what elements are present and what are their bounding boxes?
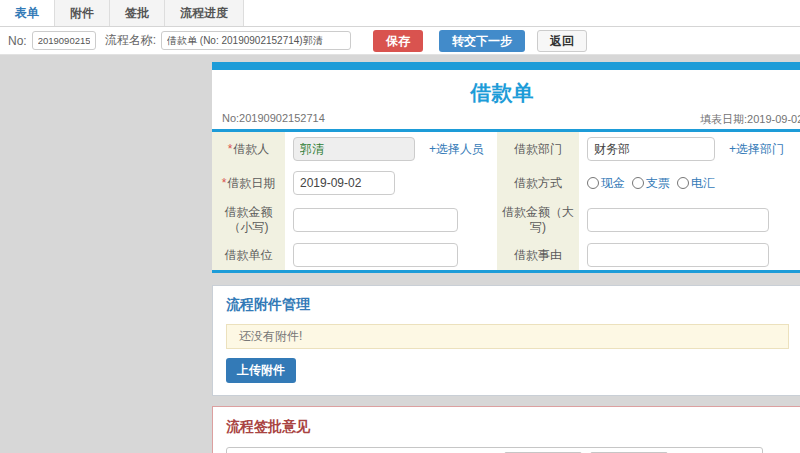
no-label: No: (8, 34, 27, 48)
form-meta-row: No:20190902152714 填表日期:2019-09-02 15:27:… (212, 110, 800, 132)
tab-attachments[interactable]: 附件 (55, 0, 110, 26)
borrower-label: * 借款人 (212, 132, 285, 166)
save-button[interactable]: 保存 (373, 30, 423, 52)
form-top-accent-bar (212, 62, 800, 70)
back-button[interactable]: 返回 (537, 30, 587, 52)
upload-attachment-button[interactable]: 上传附件 (226, 358, 296, 383)
no-input[interactable] (32, 31, 96, 50)
tab-bar: 表单 附件 签批 流程进度 (0, 0, 800, 27)
loan-reason-label: 借款事由 (497, 240, 579, 270)
loan-date-input[interactable] (293, 171, 395, 195)
required-mark: * (222, 176, 227, 191)
select-department-link[interactable]: +选择部门 (729, 141, 784, 158)
method-option-cheque[interactable]: 支票 (632, 175, 670, 192)
process-name-input[interactable] (161, 31, 351, 50)
loan-unit-label: 借款单位 (212, 240, 285, 270)
approval-heading: 流程签批意见 (226, 418, 800, 436)
amount-small-label: 借款金额（小写) (212, 200, 285, 240)
tab-form[interactable]: 表单 (0, 0, 55, 26)
method-option-wire[interactable]: 电汇 (677, 175, 715, 192)
loan-form-panel: 借款单 No:20190902152714 填表日期:2019-09-02 15… (212, 62, 800, 273)
loan-date-label: * 借款日期 (212, 166, 285, 200)
amount-small-input[interactable] (293, 208, 458, 232)
form-table: * 借款人 +选择人员 借款部门 +选择部门 (212, 132, 800, 270)
amount-big-label: 借款金额（大写) (497, 200, 579, 240)
approval-panel: 流程签批意见 B I abc (212, 406, 800, 453)
cash-radio[interactable] (587, 177, 599, 189)
select-person-link[interactable]: +选择人员 (429, 141, 484, 158)
borrower-input[interactable] (293, 137, 415, 161)
rich-text-editor: B I abc (226, 447, 763, 453)
amount-big-input[interactable] (587, 208, 769, 232)
form-title: 借款单 (212, 70, 792, 110)
process-name-label: 流程名称: (105, 32, 156, 49)
loan-method-radio-group: 现金 支票 电汇 (587, 175, 715, 192)
loan-reason-input[interactable] (587, 243, 769, 267)
form-date-text: 填表日期:2019-09-02 15:27:1 (700, 112, 800, 127)
loan-unit-input[interactable] (293, 243, 458, 267)
app-window: 表单 附件 签批 流程进度 No: 流程名称: 保存 转交下一步 返回 借款单 … (0, 0, 800, 453)
wire-radio[interactable] (677, 177, 689, 189)
loan-method-label: 借款方式 (497, 166, 579, 200)
required-mark: * (228, 142, 233, 157)
form-no-text: No:20190902152714 (222, 112, 325, 124)
attachment-panel: 流程附件管理 还没有附件! 上传附件 (212, 285, 800, 396)
forward-next-step-button[interactable]: 转交下一步 (439, 30, 525, 52)
no-attachment-message: 还没有附件! (226, 324, 789, 349)
attachment-heading: 流程附件管理 (226, 296, 800, 314)
method-option-cash[interactable]: 现金 (587, 175, 625, 192)
content-area: 借款单 No:20190902152714 填表日期:2019-09-02 15… (0, 55, 800, 453)
editor-toolbar: B I abc (227, 448, 762, 453)
toolbar: No: 流程名称: 保存 转交下一步 返回 (0, 27, 800, 55)
department-input[interactable] (587, 137, 715, 161)
cheque-radio[interactable] (632, 177, 644, 189)
tab-progress[interactable]: 流程进度 (165, 0, 244, 26)
tab-approval[interactable]: 签批 (110, 0, 165, 26)
department-label: 借款部门 (497, 132, 579, 166)
